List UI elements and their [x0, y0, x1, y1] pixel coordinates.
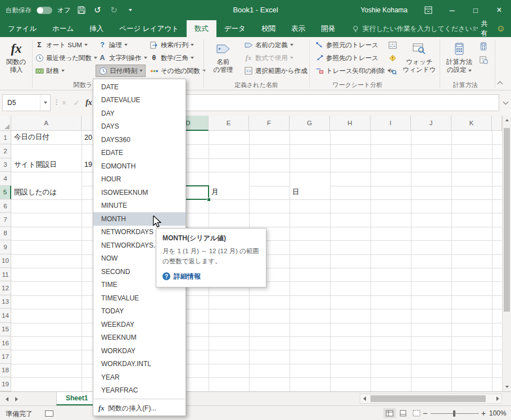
column-header-G[interactable]: G [290, 116, 330, 131]
math-trig-button[interactable]: θ 数学/三角 [147, 52, 196, 64]
menu-item-eomonth[interactable]: EOMONTH [93, 159, 186, 173]
menu-item-date[interactable]: DATE [93, 80, 186, 94]
column-header-J[interactable]: J [411, 116, 451, 131]
vertical-scrollbar-thumb[interactable] [504, 128, 510, 312]
tell-me-more-link[interactable]: 詳細情報 [174, 272, 201, 281]
undo-button[interactable]: ↺ [92, 4, 103, 16]
row-header-19[interactable]: 19 [0, 377, 11, 391]
customize-quick-access-button[interactable] [125, 4, 136, 16]
menu-item-hour[interactable]: HOUR [93, 173, 186, 186]
menu-item-weeknum[interactable]: WEEKNUM [93, 331, 186, 345]
more-functions-button[interactable]: その他の関数 [147, 65, 208, 77]
calculate-now-button[interactable] [477, 40, 489, 52]
watch-window-button[interactable]: ウォッチ ウィンドウ [401, 38, 437, 80]
tab-file[interactable]: ファイル [0, 20, 44, 37]
menu-item-workday[interactable]: WORKDAY [93, 344, 186, 358]
name-manager-button[interactable]: 名前 の管理 [208, 38, 238, 80]
row-header-14[interactable]: 14 [0, 309, 11, 322]
next-sheet-button[interactable] [15, 397, 18, 401]
page-layout-view-button[interactable] [397, 408, 409, 418]
row-header-7[interactable]: 7 [0, 213, 11, 226]
tab-view[interactable]: 表示 [283, 20, 313, 37]
create-from-selection-button[interactable]: 選択範囲から作成 [242, 65, 310, 77]
show-formulas-button[interactable] [386, 39, 398, 51]
sheet-tab-sheet1[interactable]: Sheet1 [56, 392, 97, 405]
vertical-scrollbar[interactable] [502, 116, 511, 391]
column-header-A[interactable]: A [11, 116, 82, 131]
text-functions-button[interactable]: A 文字列操作 [96, 52, 150, 64]
tab-insert[interactable]: 挿入 [82, 20, 111, 37]
error-checking-button[interactable] [386, 52, 398, 64]
lookup-reference-button[interactable]: 検索/行列 [147, 39, 196, 51]
minimize-button[interactable]: ─ [440, 0, 464, 20]
zoom-slider-thumb[interactable] [453, 410, 455, 417]
row-header-13[interactable]: 13 [0, 295, 11, 309]
recent-functions-button[interactable]: 最近使った関数 [33, 52, 100, 64]
macro-record-button[interactable] [45, 410, 53, 417]
menu-item-day[interactable]: DAY [93, 107, 186, 120]
menu-item-yearfrac[interactable]: YEARFRAC [93, 384, 186, 398]
row-header-5[interactable]: 5 [0, 186, 11, 199]
menu-item-insert-function[interactable]: fx 関数の挿入(F)... [93, 401, 186, 416]
previous-sheet-button[interactable] [6, 397, 8, 401]
autosum-button[interactable]: Σ オート SUM [33, 39, 90, 51]
scroll-up-button[interactable] [503, 116, 511, 125]
trace-dependents-button[interactable]: 参照先のトレース [313, 52, 381, 64]
column-header-F[interactable]: F [249, 116, 290, 131]
row-header-16[interactable]: 16 [0, 336, 11, 350]
row-header-3[interactable]: 3 [0, 158, 11, 172]
tab-developer[interactable]: 開発 [313, 20, 343, 37]
cell-A1[interactable]: 今日の日付 [12, 131, 82, 144]
menu-item-minute[interactable]: MINUTE [93, 199, 186, 213]
close-button[interactable]: × [487, 0, 511, 20]
menu-item-year[interactable]: YEAR [93, 371, 186, 384]
use-in-formula-button[interactable]: fx 数式で使用 [242, 52, 296, 64]
datetime-functions-button[interactable]: 日付/時刻 [96, 65, 146, 77]
scroll-left-button[interactable] [360, 394, 368, 403]
ribbon-display-options-button[interactable] [417, 0, 440, 20]
redo-button[interactable]: ↻ [108, 4, 120, 16]
collapse-ribbon-button[interactable] [498, 80, 502, 88]
menu-item-edate[interactable]: EDATE [93, 147, 186, 160]
row-header-12[interactable]: 12 [0, 281, 11, 295]
cell-E5[interactable]: 月 [209, 186, 249, 199]
menu-item-workday-intl[interactable]: WORKDAY.INTL [93, 358, 186, 371]
cell-A5[interactable]: 開設したのは [12, 186, 82, 199]
logical-button[interactable]: ? 論理 [96, 39, 130, 51]
page-break-view-button[interactable] [410, 408, 423, 418]
scroll-right-button[interactable] [494, 394, 501, 403]
menu-item-weekday[interactable]: WEEKDAY [93, 318, 186, 331]
scroll-down-button[interactable] [503, 382, 511, 391]
name-box[interactable]: D5 [2, 94, 51, 111]
column-header-E[interactable]: E [209, 116, 249, 131]
row-header-4[interactable]: 4 [0, 172, 11, 185]
column-header-K[interactable]: K [451, 116, 492, 131]
horizontal-scrollbar-thumb[interactable] [370, 395, 486, 402]
tab-review[interactable]: 校閲 [254, 20, 283, 37]
menu-item-days360[interactable]: DAYS360 [93, 133, 186, 147]
expand-formula-bar-button[interactable] [501, 98, 510, 108]
enter-button[interactable]: ✓ [71, 95, 82, 110]
tell-me-box[interactable]: 実行したい作業を入力してください [352, 20, 472, 37]
evaluate-formula-button[interactable]: fx [386, 65, 398, 77]
insert-function-ribbon-button[interactable]: fx 関数の 挿入 [1, 38, 31, 80]
financial-button[interactable]: 財務 [33, 65, 67, 77]
row-header-18[interactable]: 18 [0, 364, 11, 377]
fill-handle[interactable] [207, 198, 211, 202]
remove-arrows-button[interactable]: トレース矢印の削除 [313, 65, 393, 77]
zoom-out-button[interactable]: − [423, 409, 427, 418]
row-header-11[interactable]: 11 [0, 268, 11, 281]
save-button[interactable] [76, 4, 87, 16]
define-name-button[interactable]: 名前の定義 [242, 39, 296, 51]
row-header-8[interactable]: 8 [0, 227, 11, 240]
horizontal-scrollbar[interactable] [360, 394, 502, 404]
share-button[interactable]: 共有 [472, 20, 491, 37]
zoom-in-button[interactable]: + [481, 409, 486, 418]
tab-page-layout[interactable]: ページ レイアウト [111, 20, 187, 37]
row-header-1[interactable]: 1 [0, 131, 11, 144]
zoom-level[interactable]: 100% [489, 409, 507, 417]
column-header-H[interactable]: H [330, 116, 370, 131]
tab-data[interactable]: データ [216, 20, 254, 37]
tab-formulas[interactable]: 数式 [187, 20, 216, 37]
tab-home[interactable]: ホーム [44, 20, 82, 37]
